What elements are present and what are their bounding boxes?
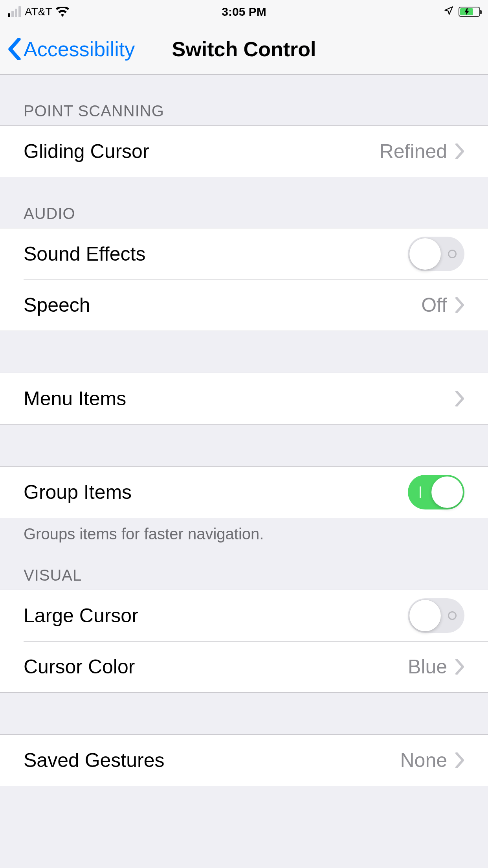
page-title: Switch Control bbox=[172, 37, 316, 61]
toggle-sound-effects[interactable] bbox=[408, 237, 464, 271]
cellular-signal-icon bbox=[8, 6, 21, 17]
toggle-large-cursor[interactable] bbox=[408, 598, 464, 633]
spacer bbox=[0, 331, 488, 373]
location-icon bbox=[444, 5, 454, 18]
carrier-label: AT&T bbox=[25, 6, 52, 18]
row-label: Menu Items bbox=[24, 387, 126, 410]
row-speech[interactable]: Speech Off bbox=[0, 280, 488, 331]
chevron-right-icon bbox=[455, 752, 464, 768]
back-label: Accessibility bbox=[24, 37, 135, 61]
row-value: None bbox=[400, 749, 447, 772]
chevron-right-icon bbox=[455, 297, 464, 313]
row-gliding-cursor[interactable]: Gliding Cursor Refined bbox=[0, 126, 488, 177]
row-value: Blue bbox=[408, 655, 447, 678]
section-header-audio: AUDIO bbox=[0, 177, 488, 228]
section-header-point-scanning: POINT SCANNING bbox=[0, 75, 488, 125]
row-label: Sound Effects bbox=[24, 243, 145, 265]
nav-bar: Accessibility Switch Control bbox=[0, 24, 488, 75]
row-large-cursor[interactable]: Large Cursor bbox=[0, 590, 488, 641]
row-value: Off bbox=[421, 294, 447, 316]
row-sound-effects[interactable]: Sound Effects bbox=[0, 228, 488, 280]
toggle-group-items[interactable] bbox=[408, 475, 464, 509]
row-label: Large Cursor bbox=[24, 604, 138, 627]
chevron-right-icon bbox=[455, 659, 464, 675]
row-group-items[interactable]: Group Items bbox=[0, 467, 488, 518]
status-bar: AT&T 3:05 PM bbox=[0, 0, 488, 24]
row-label: Gliding Cursor bbox=[24, 140, 149, 163]
row-cursor-color[interactable]: Cursor Color Blue bbox=[0, 641, 488, 692]
back-button[interactable]: Accessibility bbox=[0, 37, 135, 61]
status-time: 3:05 PM bbox=[222, 5, 266, 18]
wifi-icon bbox=[56, 7, 69, 17]
spacer bbox=[0, 425, 488, 466]
row-menu-items[interactable]: Menu Items bbox=[0, 373, 488, 424]
chevron-right-icon bbox=[455, 143, 464, 159]
group-point-scanning: Gliding Cursor Refined bbox=[0, 125, 488, 177]
status-right bbox=[444, 5, 480, 18]
chevron-left-icon bbox=[8, 38, 21, 60]
battery-icon bbox=[459, 7, 480, 17]
row-label: Cursor Color bbox=[24, 655, 135, 678]
group-saved: Saved Gestures None bbox=[0, 734, 488, 786]
spacer bbox=[0, 693, 488, 734]
row-saved-gestures[interactable]: Saved Gestures None bbox=[0, 735, 488, 786]
status-left: AT&T bbox=[8, 6, 69, 18]
row-value: Refined bbox=[380, 140, 447, 163]
row-label: Saved Gestures bbox=[24, 749, 165, 772]
row-label: Speech bbox=[24, 294, 90, 316]
group-visual: Large Cursor Cursor Color Blue bbox=[0, 590, 488, 693]
group-menu: Menu Items bbox=[0, 373, 488, 425]
row-label: Group Items bbox=[24, 481, 132, 504]
section-header-visual: VISUAL bbox=[0, 547, 488, 590]
group-audio: Sound Effects Speech Off bbox=[0, 228, 488, 331]
section-footer-group-items: Groups items for faster navigation. bbox=[0, 518, 488, 547]
chevron-right-icon bbox=[455, 391, 464, 406]
group-group-items: Group Items bbox=[0, 466, 488, 518]
